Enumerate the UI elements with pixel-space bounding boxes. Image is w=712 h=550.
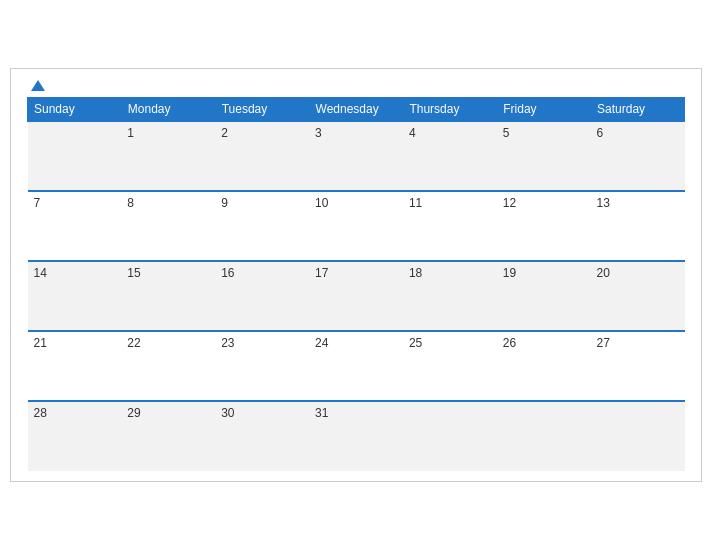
day-number: 24 bbox=[315, 336, 328, 350]
day-number: 5 bbox=[503, 126, 510, 140]
calendar-week-row: 123456 bbox=[28, 121, 685, 191]
day-number: 11 bbox=[409, 196, 422, 210]
day-number: 23 bbox=[221, 336, 234, 350]
calendar-day-24: 24 bbox=[309, 331, 403, 401]
logo-triangle-icon bbox=[31, 80, 45, 91]
day-number: 6 bbox=[597, 126, 604, 140]
calendar-day-9: 9 bbox=[215, 191, 309, 261]
calendar-day-15: 15 bbox=[121, 261, 215, 331]
calendar-day-14: 14 bbox=[28, 261, 122, 331]
calendar-day-29: 29 bbox=[121, 401, 215, 471]
day-number: 4 bbox=[409, 126, 416, 140]
day-number: 19 bbox=[503, 266, 516, 280]
calendar-day-28: 28 bbox=[28, 401, 122, 471]
day-number: 12 bbox=[503, 196, 516, 210]
calendar-day-30: 30 bbox=[215, 401, 309, 471]
weekday-header-tuesday: Tuesday bbox=[215, 98, 309, 122]
day-number: 16 bbox=[221, 266, 234, 280]
calendar-day-16: 16 bbox=[215, 261, 309, 331]
day-number: 17 bbox=[315, 266, 328, 280]
calendar-empty-cell bbox=[497, 401, 591, 471]
calendar-day-2: 2 bbox=[215, 121, 309, 191]
logo-blue-text bbox=[27, 80, 45, 91]
day-number: 28 bbox=[34, 406, 47, 420]
calendar-day-19: 19 bbox=[497, 261, 591, 331]
calendar-day-20: 20 bbox=[591, 261, 685, 331]
day-number: 15 bbox=[127, 266, 140, 280]
weekday-header-row: SundayMondayTuesdayWednesdayThursdayFrid… bbox=[28, 98, 685, 122]
calendar-week-row: 28293031 bbox=[28, 401, 685, 471]
calendar-empty-cell bbox=[28, 121, 122, 191]
day-number: 26 bbox=[503, 336, 516, 350]
calendar-day-11: 11 bbox=[403, 191, 497, 261]
day-number: 2 bbox=[221, 126, 228, 140]
calendar-day-13: 13 bbox=[591, 191, 685, 261]
calendar-day-10: 10 bbox=[309, 191, 403, 261]
calendar-wrapper: SundayMondayTuesdayWednesdayThursdayFrid… bbox=[10, 68, 702, 482]
day-number: 21 bbox=[34, 336, 47, 350]
weekday-header-wednesday: Wednesday bbox=[309, 98, 403, 122]
calendar-week-row: 14151617181920 bbox=[28, 261, 685, 331]
day-number: 18 bbox=[409, 266, 422, 280]
weekday-header-monday: Monday bbox=[121, 98, 215, 122]
calendar-week-row: 21222324252627 bbox=[28, 331, 685, 401]
day-number: 29 bbox=[127, 406, 140, 420]
calendar-day-4: 4 bbox=[403, 121, 497, 191]
calendar-day-6: 6 bbox=[591, 121, 685, 191]
weekday-header-friday: Friday bbox=[497, 98, 591, 122]
weekday-header-saturday: Saturday bbox=[591, 98, 685, 122]
calendar-day-5: 5 bbox=[497, 121, 591, 191]
calendar-day-3: 3 bbox=[309, 121, 403, 191]
day-number: 10 bbox=[315, 196, 328, 210]
day-number: 9 bbox=[221, 196, 228, 210]
calendar-day-22: 22 bbox=[121, 331, 215, 401]
day-number: 25 bbox=[409, 336, 422, 350]
calendar-grid: SundayMondayTuesdayWednesdayThursdayFrid… bbox=[27, 97, 685, 471]
calendar-week-row: 78910111213 bbox=[28, 191, 685, 261]
day-number: 14 bbox=[34, 266, 47, 280]
weekday-header-sunday: Sunday bbox=[28, 98, 122, 122]
day-number: 31 bbox=[315, 406, 328, 420]
calendar-day-8: 8 bbox=[121, 191, 215, 261]
calendar-day-31: 31 bbox=[309, 401, 403, 471]
calendar-day-21: 21 bbox=[28, 331, 122, 401]
calendar-day-1: 1 bbox=[121, 121, 215, 191]
calendar-day-17: 17 bbox=[309, 261, 403, 331]
day-number: 27 bbox=[597, 336, 610, 350]
day-number: 30 bbox=[221, 406, 234, 420]
day-number: 1 bbox=[127, 126, 134, 140]
weekday-header-thursday: Thursday bbox=[403, 98, 497, 122]
calendar-day-7: 7 bbox=[28, 191, 122, 261]
day-number: 13 bbox=[597, 196, 610, 210]
day-number: 3 bbox=[315, 126, 322, 140]
day-number: 7 bbox=[34, 196, 41, 210]
calendar-day-18: 18 bbox=[403, 261, 497, 331]
day-number: 20 bbox=[597, 266, 610, 280]
calendar-day-12: 12 bbox=[497, 191, 591, 261]
day-number: 22 bbox=[127, 336, 140, 350]
calendar-day-26: 26 bbox=[497, 331, 591, 401]
calendar-day-23: 23 bbox=[215, 331, 309, 401]
calendar-empty-cell bbox=[591, 401, 685, 471]
calendar-empty-cell bbox=[403, 401, 497, 471]
calendar-day-25: 25 bbox=[403, 331, 497, 401]
day-number: 8 bbox=[127, 196, 134, 210]
logo bbox=[27, 80, 45, 91]
calendar-day-27: 27 bbox=[591, 331, 685, 401]
